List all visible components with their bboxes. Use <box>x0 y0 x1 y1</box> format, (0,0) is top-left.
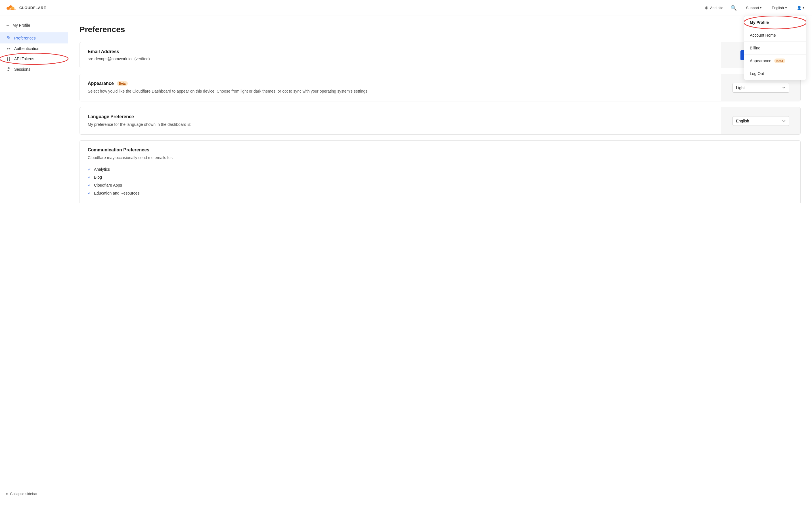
sidebar-item-sessions[interactable]: ⏱ Sessions <box>0 64 68 75</box>
authentication-icon: ⊶ <box>6 46 11 51</box>
sidebar: ← My Profile ✎ Preferences ⊶ Authenticat… <box>0 16 68 505</box>
collapse-sidebar-button[interactable]: « Collapse sidebar <box>0 487 68 500</box>
beta-badge: Beta <box>117 81 128 86</box>
dropdown-account-home[interactable]: Account Home <box>744 29 806 41</box>
dropdown-my-profile-wrapper: My Profile <box>744 16 806 29</box>
dropdown-item-label: Account Home <box>750 33 776 37</box>
sidebar-item-label: Preferences <box>14 36 35 40</box>
search-button[interactable]: 🔍 <box>729 3 738 12</box>
language-card-right: English Español Français Deutsch <box>721 107 800 134</box>
preferences-icon: ✎ <box>6 35 11 41</box>
dropdown-appearance[interactable]: Appearance Beta <box>744 54 806 67</box>
list-item: ✓ Education and Resources <box>88 189 792 197</box>
appearance-description: Select how you'd like the Cloudflare Das… <box>88 88 713 94</box>
sessions-icon: ⏱ <box>6 67 11 72</box>
communication-list: ✓ Analytics ✓ Blog ✓ Cloudflare Apps ✓ E… <box>88 165 792 197</box>
user-dropdown-menu: My Profile Account Home Billing Appearan… <box>744 16 806 80</box>
comm-item-label: Education and Resources <box>94 191 140 195</box>
check-icon: ✓ <box>88 183 91 187</box>
appearance-select[interactable]: Light Dark System <box>733 83 789 93</box>
language-card-title: Language Preference <box>88 114 713 119</box>
comm-item-label: Cloudflare Apps <box>94 183 122 187</box>
chevron-down-icon: ▾ <box>785 6 787 9</box>
add-site-button[interactable]: ⊕ Add site <box>705 5 724 10</box>
comm-item-label: Analytics <box>94 167 110 172</box>
dropdown-my-profile[interactable]: My Profile <box>744 16 806 29</box>
check-icon: ✓ <box>88 175 91 179</box>
sidebar-item-api-tokens[interactable]: {} API Tokens <box>0 54 68 64</box>
email-card-title: Email Address <box>88 49 713 54</box>
communication-description: Cloudflare may occasionally send me emai… <box>88 155 792 161</box>
appearance-card: Appearance Beta Select how you'd like th… <box>79 74 801 102</box>
page-layout: ← My Profile ✎ Preferences ⊶ Authenticat… <box>0 16 812 505</box>
dropdown-item-label: My Profile <box>750 20 769 25</box>
cloudflare-logo[interactable]: Cloudflare <box>6 4 46 12</box>
collapse-icon: « <box>6 492 8 496</box>
dropdown-log-out[interactable]: Log Out <box>744 67 806 80</box>
back-to-profile-button[interactable]: ← My Profile <box>0 20 68 32</box>
dropdown-billing[interactable]: Billing <box>744 42 806 54</box>
user-icon: 👤 <box>797 6 802 10</box>
chevron-down-icon: ▾ <box>760 6 762 9</box>
sidebar-item-authentication[interactable]: ⊶ Authentication <box>0 43 68 54</box>
topnav-left: Cloudflare <box>6 4 46 12</box>
sidebar-item-label: API Tokens <box>14 56 34 61</box>
add-site-label: Add site <box>710 6 724 10</box>
language-card-left: Language Preference My preference for th… <box>80 107 721 134</box>
language-label: English <box>772 6 784 10</box>
appearance-title-text: Appearance <box>88 81 114 86</box>
svg-rect-2 <box>7 9 16 10</box>
user-menu-button[interactable]: 👤 ▾ <box>795 5 806 11</box>
check-icon: ✓ <box>88 167 91 172</box>
email-value: sre-devops@comwork.io <box>88 56 132 61</box>
language-card: Language Preference My preference for th… <box>79 107 801 135</box>
collapse-label: Collapse sidebar <box>10 492 37 496</box>
back-arrow-icon: ← <box>6 23 10 28</box>
dropdown-item-label: Log Out <box>750 71 764 76</box>
support-label: Support <box>746 6 759 10</box>
appearance-card-left: Appearance Beta Select how you'd like th… <box>80 74 721 101</box>
plus-icon: ⊕ <box>705 5 708 10</box>
topnav-right: ⊕ Add site 🔍 Support ▾ English ▾ 👤 ▾ <box>705 3 806 12</box>
communication-card-title: Communication Preferences <box>88 147 792 153</box>
language-button[interactable]: English ▾ <box>769 5 789 11</box>
sidebar-back-label: My Profile <box>12 23 30 27</box>
chevron-down-icon: ▾ <box>803 6 804 9</box>
page-title: Preferences <box>79 25 801 34</box>
dropdown-item-label: Billing <box>750 46 760 50</box>
comm-item-label: Blog <box>94 175 102 179</box>
list-item: ✓ Blog <box>88 173 792 181</box>
sidebar-item-label: Authentication <box>14 46 39 51</box>
appearance-card-title: Appearance Beta <box>88 81 713 86</box>
language-description: My preference for the language shown in … <box>88 122 713 128</box>
support-button[interactable]: Support ▾ <box>744 5 764 11</box>
email-card-left: Email Address sre-devops@comwork.io (ver… <box>80 42 721 68</box>
list-item: ✓ Cloudflare Apps <box>88 181 792 189</box>
sidebar-item-preferences[interactable]: ✎ Preferences <box>0 32 68 43</box>
dropdown-item-label: Appearance <box>750 58 771 63</box>
language-select[interactable]: English Español Français Deutsch <box>733 116 789 126</box>
email-address-display: sre-devops@comwork.io (verified) <box>88 56 713 61</box>
search-icon: 🔍 <box>731 5 737 11</box>
check-icon: ✓ <box>88 191 91 195</box>
list-item: ✓ Analytics <box>88 165 792 173</box>
logo-icon <box>6 4 17 12</box>
top-navigation: Cloudflare ⊕ Add site 🔍 Support ▾ Englis… <box>0 0 812 16</box>
sidebar-item-label: Sessions <box>14 67 30 71</box>
communication-preferences-card: Communication Preferences Cloudflare may… <box>79 140 801 204</box>
api-tokens-icon: {} <box>6 57 11 61</box>
email-address-card: Email Address sre-devops@comwork.io (ver… <box>79 42 801 68</box>
verified-badge: (verified) <box>134 56 150 61</box>
main-content: Preferences Email Address sre-devops@com… <box>68 16 812 505</box>
logo-text: Cloudflare <box>19 6 46 10</box>
dropdown-beta-badge: Beta <box>774 58 786 63</box>
